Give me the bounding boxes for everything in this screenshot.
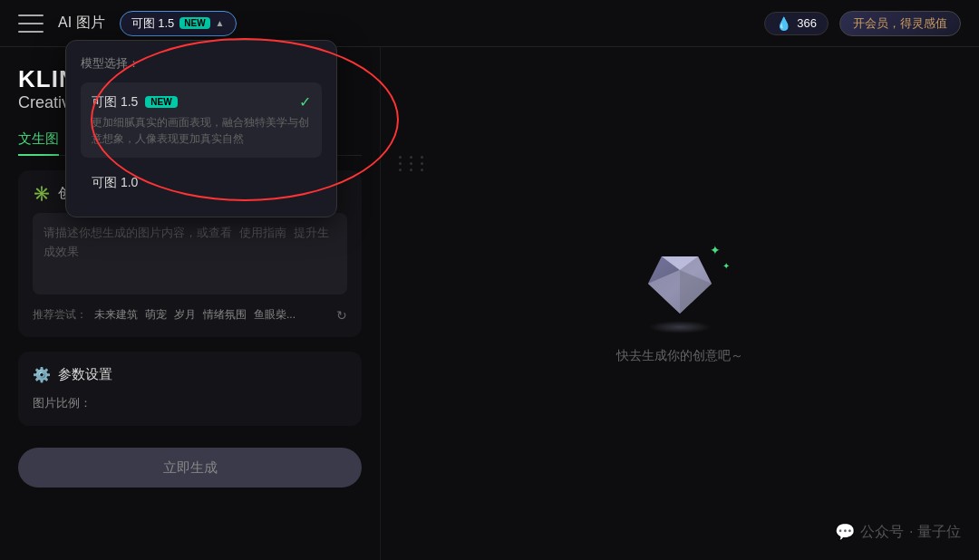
model-selector-label: 可图 1.5 — [131, 15, 175, 32]
creative-textarea[interactable] — [33, 213, 347, 294]
model-desc-1: 更加细腻真实的画面表现，融合独特美学与创意想象，人像表现更加真实自然 — [92, 114, 311, 147]
watermark-text: · 量子位 — [909, 523, 961, 542]
credits-badge: 💧 366 — [764, 12, 829, 35]
tab-text-to-image[interactable]: 文生图 — [18, 130, 59, 155]
chevron-down-icon: ▲ — [216, 18, 225, 28]
vip-button[interactable]: 开会员，得灵感值 — [839, 11, 961, 36]
empty-state: ✦ ✦ — [616, 243, 743, 364]
watermark-icon-label: 公众号 — [860, 523, 904, 542]
gem-shadow — [648, 321, 712, 333]
watermark: 💬 公众号 · 量子位 — [835, 522, 961, 542]
right-panel: ✦ ✦ — [381, 47, 979, 560]
generate-button[interactable]: 立即生成 — [18, 448, 362, 488]
empty-text: 快去生成你的创意吧～ — [616, 348, 743, 364]
suggestion-years[interactable]: 岁月 — [174, 307, 196, 323]
dropdown-title: 模型选择： — [81, 55, 322, 72]
model-selector-button[interactable]: 可图 1.5 NEW ▲ — [120, 11, 237, 36]
gem-illustration: ✦ ✦ — [625, 243, 734, 333]
model-option-2[interactable]: 可图 1.0 — [81, 163, 322, 202]
params-card: ⚙️ 参数设置 图片比例： — [18, 352, 362, 426]
model-name-2: 可图 1.0 — [92, 175, 138, 189]
sun-icon: ✳️ — [33, 185, 51, 202]
wechat-icon: 💬 — [835, 522, 855, 542]
dots-decoration — [399, 156, 428, 171]
ratio-label: 图片比例： — [33, 396, 92, 410]
model-option-1[interactable]: 可图 1.5 NEW ✓ 更加细腻真实的画面表现，融合独特美学与创意想象，人像表… — [81, 82, 322, 158]
header-title: AI 图片 — [58, 14, 105, 33]
check-icon-1: ✓ — [299, 93, 311, 111]
model-new-tag-1: NEW — [145, 96, 177, 108]
model-name-1: 可图 1.5 — [92, 94, 138, 111]
menu-icon[interactable] — [18, 14, 44, 33]
settings-icon: ⚙️ — [33, 366, 51, 383]
suggestions-row: 推荐尝试： 未来建筑 萌宠 岁月 情绪氛围 鱼眼柴... ↻ — [33, 307, 347, 323]
suggestion-fisheye[interactable]: 鱼眼柴... — [254, 307, 296, 323]
sparkle-icon-2: ✦ — [722, 261, 730, 271]
header-right: 💧 366 开会员，得灵感值 — [764, 11, 961, 36]
gem-shape — [644, 252, 716, 315]
suggestion-future[interactable]: 未来建筑 — [94, 307, 138, 323]
suggestion-pets[interactable]: 萌宠 — [145, 307, 167, 323]
model-new-badge: NEW — [179, 17, 209, 29]
params-title: 参数设置 — [58, 366, 112, 383]
credits-value: 366 — [797, 16, 817, 30]
params-header: ⚙️ 参数设置 — [33, 366, 347, 383]
flame-icon: 💧 — [776, 16, 791, 31]
model-dropdown: 模型选择： 可图 1.5 NEW ✓ 更加细腻真实的画面表现，融合独特美学与创意… — [65, 40, 337, 217]
refresh-icon[interactable]: ↻ — [336, 308, 347, 323]
suggestion-mood[interactable]: 情绪氛围 — [203, 307, 247, 323]
suggestions-label: 推荐尝试： — [33, 307, 87, 323]
model-option-1-header: 可图 1.5 NEW ✓ — [92, 93, 311, 111]
